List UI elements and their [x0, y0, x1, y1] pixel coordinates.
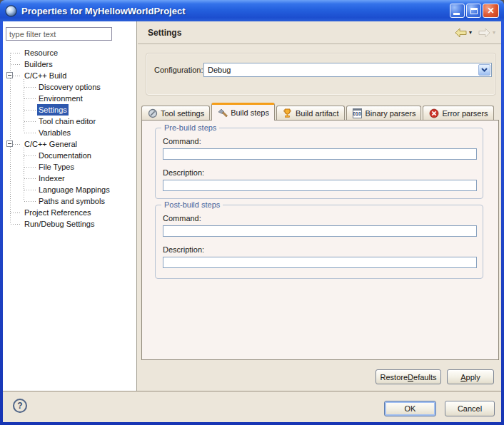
properties-tree: Resource Builders C/C++ Build Discovery … — [3, 47, 136, 391]
maximize-button[interactable] — [466, 4, 481, 18]
collapse-minus-icon[interactable] — [6, 72, 13, 78]
tree-item-run-debug-settings[interactable]: Run/Debug Settings — [3, 218, 136, 230]
binary-parsers-icon: 010 — [352, 108, 363, 118]
forward-arrow-icon — [478, 28, 491, 38]
settings-page: Settings ▾ ▾ — [138, 21, 501, 391]
back-dropdown-icon[interactable]: ▾ — [469, 28, 472, 38]
tool-settings-icon — [147, 108, 158, 118]
description-label: Description: — [163, 168, 204, 177]
pre-build-description-input[interactable] — [163, 180, 477, 191]
close-icon: ✕ — [487, 6, 494, 16]
page-header: Settings ▾ ▾ — [138, 21, 501, 44]
configuration-group: Configuration: Debug — [146, 53, 496, 96]
tree-item-environment[interactable]: Environment — [3, 93, 136, 104]
tree-item-indexer[interactable]: Indexer — [3, 173, 136, 184]
ok-button[interactable]: OK — [384, 401, 436, 416]
cancel-button[interactable]: Cancel — [445, 401, 495, 416]
settings-tabs: Tool settings Build steps — [141, 102, 494, 120]
tab-error-parsers[interactable]: Error parsers — [423, 106, 493, 120]
tree-item-language-mappings[interactable]: Language Mappings — [3, 184, 136, 195]
tree-item-builders[interactable]: Builders — [3, 58, 136, 70]
properties-dialog: Properties for MyHellowWorldProject ✕ Re… — [0, 0, 504, 425]
filter-input[interactable] — [6, 27, 112, 41]
group-title: Pre-build steps — [161, 123, 219, 133]
tree-item-project-references[interactable]: Project References — [3, 207, 136, 218]
description-label: Description: — [163, 245, 204, 254]
window-controls: ✕ — [450, 4, 499, 18]
build-steps-panel: Pre-build steps Command: Description: Po… — [141, 120, 499, 360]
tab-label: Error parsers — [442, 109, 488, 118]
pre-build-steps-group: Pre-build steps Command: Description: — [155, 128, 483, 199]
tree-item-discovery-options[interactable]: Discovery options — [3, 81, 136, 93]
post-build-steps-group: Post-build steps Command: Description: — [155, 205, 483, 279]
build-artifact-icon — [282, 108, 293, 118]
tab-label: Tool settings — [161, 109, 204, 118]
configuration-label: Configuration: — [154, 66, 203, 74]
tree-item-settings[interactable]: Settings — [3, 104, 136, 116]
eclipse-logo-icon — [5, 5, 17, 17]
tree-item-file-types[interactable]: File Types — [3, 161, 136, 173]
properties-nav-panel: Resource Builders C/C++ Build Discovery … — [3, 21, 137, 391]
tab-tool-settings[interactable]: Tool settings — [141, 106, 210, 120]
close-button[interactable]: ✕ — [483, 4, 499, 18]
tab-label: Binary parsers — [366, 109, 416, 118]
title-bar[interactable]: Properties for MyHellowWorldProject ✕ — [0, 0, 504, 21]
tree-item-cpp-build[interactable]: C/C++ Build — [3, 70, 136, 81]
window-title: Properties for MyHellowWorldProject — [21, 6, 450, 16]
maximize-icon — [470, 8, 478, 14]
apply-button[interactable]: Apply — [447, 369, 494, 384]
tree-item-resource[interactable]: Resource — [3, 47, 136, 58]
tree-item-tool-chain-editor[interactable]: Tool chain editor — [3, 116, 136, 127]
dialog-footer: ? OK Cancel — [3, 391, 501, 422]
history-nav: ▾ ▾ — [454, 28, 495, 38]
tree-item-documentation[interactable]: Documentation — [3, 150, 136, 161]
tree-item-paths-and-symbols[interactable]: Paths and symbols — [3, 195, 136, 207]
minimize-icon — [453, 13, 460, 15]
restore-defaults-button[interactable]: Restore Defaults — [376, 369, 441, 384]
command-label: Command: — [163, 214, 201, 222]
question-mark-icon: ? — [17, 401, 22, 411]
forward-dropdown-icon[interactable]: ▾ — [493, 28, 495, 38]
tab-build-artifact[interactable]: Build artifact — [276, 106, 345, 120]
configuration-value: Debug — [208, 66, 231, 74]
tab-label: Build artifact — [296, 109, 339, 118]
command-label: Command: — [163, 137, 201, 145]
post-build-description-input[interactable] — [163, 257, 477, 268]
post-build-command-input[interactable] — [163, 225, 477, 237]
forward-button[interactable] — [478, 28, 491, 38]
tree-item-cpp-general[interactable]: C/C++ General — [3, 138, 136, 150]
back-button[interactable] — [454, 28, 468, 38]
minimize-button[interactable] — [450, 4, 465, 18]
chevron-down-icon[interactable] — [478, 64, 490, 76]
error-parsers-icon — [428, 108, 439, 118]
page-title: Settings — [148, 28, 181, 38]
group-title: Post-build steps — [161, 200, 223, 210]
collapse-minus-icon[interactable] — [6, 140, 13, 147]
pre-build-command-input[interactable] — [163, 148, 477, 160]
dialog-body: Resource Builders C/C++ Build Discovery … — [3, 21, 501, 422]
tab-build-steps[interactable]: Build steps — [211, 103, 275, 121]
tab-label: Build steps — [231, 108, 269, 117]
build-steps-icon — [217, 108, 228, 118]
tab-binary-parsers[interactable]: 010 Binary parsers — [346, 106, 422, 120]
configuration-select[interactable]: Debug — [203, 63, 492, 77]
back-arrow-icon — [454, 28, 468, 38]
tree-item-variables[interactable]: Variables — [3, 127, 136, 138]
help-button[interactable]: ? — [13, 399, 27, 413]
